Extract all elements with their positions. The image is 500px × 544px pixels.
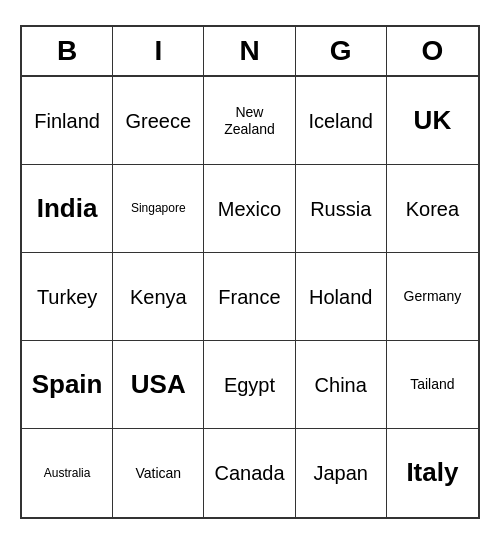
bingo-cell: Greece (113, 77, 204, 165)
bingo-cell: Vatican (113, 429, 204, 517)
bingo-cell: Turkey (22, 253, 113, 341)
cell-text: USA (131, 369, 186, 400)
bingo-cell: Canada (204, 429, 295, 517)
bingo-grid: FinlandGreeceNewZealandIcelandUKIndiaSin… (22, 77, 478, 517)
bingo-cell: USA (113, 341, 204, 429)
bingo-cell: Mexico (204, 165, 295, 253)
cell-text: Canada (214, 461, 284, 485)
cell-text: Egypt (224, 373, 275, 397)
bingo-cell: Iceland (296, 77, 387, 165)
header-letter: I (113, 27, 204, 75)
cell-text: Finland (34, 109, 100, 133)
bingo-card: BINGO FinlandGreeceNewZealandIcelandUKIn… (20, 25, 480, 519)
cell-text: NewZealand (224, 104, 275, 138)
header-letter: O (387, 27, 478, 75)
header-letter: N (204, 27, 295, 75)
bingo-cell: Kenya (113, 253, 204, 341)
bingo-cell: France (204, 253, 295, 341)
cell-text: France (218, 285, 280, 309)
bingo-cell: NewZealand (204, 77, 295, 165)
bingo-cell: UK (387, 77, 478, 165)
bingo-cell: Spain (22, 341, 113, 429)
bingo-cell: Holand (296, 253, 387, 341)
cell-text: Germany (404, 288, 462, 305)
header-letter: G (296, 27, 387, 75)
bingo-cell: Russia (296, 165, 387, 253)
cell-text: Greece (125, 109, 191, 133)
cell-text: India (37, 193, 98, 224)
cell-text: Singapore (131, 201, 186, 215)
bingo-cell: Germany (387, 253, 478, 341)
bingo-cell: Tailand (387, 341, 478, 429)
cell-text: Iceland (308, 109, 373, 133)
cell-text: Vatican (135, 465, 181, 482)
cell-text: Russia (310, 197, 371, 221)
bingo-cell: Japan (296, 429, 387, 517)
cell-text: Australia (44, 466, 91, 480)
cell-text: China (315, 373, 367, 397)
cell-text: Japan (313, 461, 368, 485)
bingo-cell: Australia (22, 429, 113, 517)
bingo-cell: Korea (387, 165, 478, 253)
cell-text: Turkey (37, 285, 97, 309)
cell-text: Holand (309, 285, 372, 309)
bingo-header: BINGO (22, 27, 478, 77)
bingo-cell: Finland (22, 77, 113, 165)
header-letter: B (22, 27, 113, 75)
bingo-cell: Singapore (113, 165, 204, 253)
cell-text: Spain (32, 369, 103, 400)
bingo-cell: China (296, 341, 387, 429)
cell-text: Kenya (130, 285, 187, 309)
cell-text: Tailand (410, 376, 454, 393)
bingo-cell: India (22, 165, 113, 253)
cell-text: Korea (406, 197, 459, 221)
bingo-cell: Egypt (204, 341, 295, 429)
cell-text: Italy (406, 457, 458, 488)
cell-text: Mexico (218, 197, 281, 221)
cell-text: UK (414, 105, 452, 136)
bingo-cell: Italy (387, 429, 478, 517)
